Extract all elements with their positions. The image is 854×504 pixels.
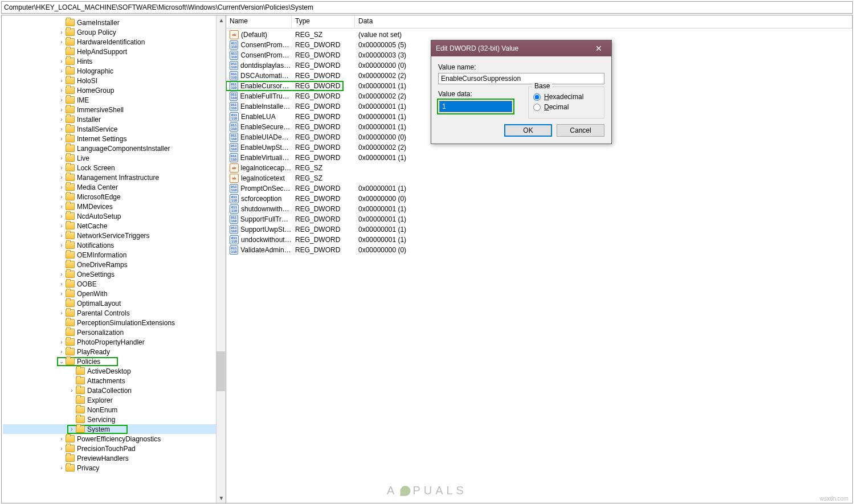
tree-item[interactable]: ›HoloSI <box>3 76 226 85</box>
tree-item[interactable]: ›Parental Controls <box>3 308 226 318</box>
tree-item[interactable]: LanguageComponentsInstaller <box>3 144 226 153</box>
tree-item[interactable]: GameInstaller <box>3 18 226 27</box>
tree-item[interactable]: ›Hints <box>3 56 226 66</box>
chevron-right-icon[interactable]: › <box>58 174 66 182</box>
radio-dec-input[interactable] <box>533 104 541 111</box>
scroll-down-icon[interactable]: ▼ <box>216 493 226 503</box>
chevron-right-icon[interactable]: › <box>58 183 66 191</box>
value-row[interactable]: 011 110shutdownwitho...REG_DWORD0x000000… <box>226 204 852 214</box>
chevron-right-icon[interactable]: › <box>58 338 66 346</box>
tree-item[interactable]: ›Privacy <box>3 463 226 473</box>
tree-item[interactable]: OneDriveRamps <box>3 260 226 269</box>
chevron-right-icon[interactable]: › <box>58 28 66 36</box>
col-header-data[interactable]: Data <box>355 15 852 28</box>
tree-item[interactable]: ›PlayReady <box>3 347 226 357</box>
tree-item[interactable]: ›HardwareIdentification <box>3 37 226 47</box>
tree-item[interactable]: PerceptionSimulationExtensions <box>3 318 226 327</box>
chevron-down-icon[interactable]: ⌄ <box>58 358 66 366</box>
tree-item[interactable]: ActiveDesktop <box>3 366 226 376</box>
chevron-right-icon[interactable]: › <box>58 212 66 220</box>
tree-item[interactable]: ›Holographic <box>3 66 226 76</box>
tree-item[interactable]: ›Live <box>3 153 226 163</box>
col-header-name[interactable]: Name <box>226 15 292 28</box>
chevron-right-icon[interactable]: › <box>58 87 66 95</box>
tree-item[interactable]: ›DataCollection <box>3 386 226 395</box>
tree-item[interactable]: ›Group Policy <box>3 27 226 37</box>
value-row[interactable]: 011 110undockwithoutl...REG_DWORD0x00000… <box>226 235 852 245</box>
chevron-right-icon[interactable]: › <box>58 38 66 46</box>
value-row[interactable]: ablegalnoticetextREG_SZ <box>226 173 852 183</box>
address-bar[interactable]: Computer\HKEY_LOCAL_MACHINE\SOFTWARE\Mic… <box>1 1 853 14</box>
radio-decimal[interactable]: Decimal <box>533 103 599 111</box>
chevron-right-icon[interactable]: › <box>58 232 66 240</box>
radio-hex-input[interactable] <box>533 93 541 101</box>
tree-list[interactable]: GameInstaller›Group Policy›HardwareIdent… <box>2 15 226 503</box>
value-row[interactable]: 011 110SupportUwpStar...REG_DWORD0x00000… <box>226 224 852 235</box>
tree-item[interactable]: ›Notifications <box>3 240 226 250</box>
tree-item[interactable]: ›Management Infrastructure <box>3 173 226 182</box>
chevron-right-icon[interactable]: › <box>58 222 66 230</box>
tree-item[interactable]: ›MicrosoftEdge <box>3 192 226 202</box>
chevron-right-icon[interactable]: › <box>58 203 66 211</box>
tree-item[interactable]: ›Internet Settings <box>3 134 226 144</box>
chevron-right-icon[interactable]: › <box>68 387 76 395</box>
value-row[interactable]: 011 110PromptOnSecur...REG_DWORD0x000000… <box>226 183 852 194</box>
value-row[interactable]: ab(Default)REG_SZ(value not set) <box>226 30 852 40</box>
tree-item[interactable]: ›OneSettings <box>3 269 226 279</box>
chevron-right-icon[interactable]: › <box>58 193 66 201</box>
cancel-button[interactable]: Cancel <box>557 124 604 137</box>
scroll-up-icon[interactable]: ▲ <box>216 15 226 25</box>
tree-item[interactable]: ›IME <box>3 95 226 105</box>
ok-button[interactable]: OK <box>504 124 552 137</box>
value-name-field[interactable] <box>438 73 604 84</box>
tree-item[interactable]: ›HomeGroup <box>3 85 226 95</box>
tree-item[interactable]: ›PowerEfficiencyDiagnostics <box>3 434 226 444</box>
chevron-right-icon[interactable]: › <box>58 135 66 143</box>
tree-scrollbar[interactable]: ▲ ▼ <box>216 15 226 503</box>
tree-item[interactable]: ›Lock Screen <box>3 163 226 173</box>
chevron-right-icon[interactable]: › <box>58 67 66 75</box>
tree-item[interactable]: ›PrecisionTouchPad <box>3 444 226 453</box>
tree-item[interactable]: OEMInformation <box>3 250 226 260</box>
close-icon[interactable]: ✕ <box>591 43 607 54</box>
tree-item[interactable]: ›NcdAutoSetup <box>3 211 226 221</box>
chevron-right-icon[interactable]: › <box>58 77 66 85</box>
chevron-right-icon[interactable]: › <box>58 435 66 443</box>
tree-item[interactable]: ›ImmersiveShell <box>3 105 226 114</box>
tree-item[interactable]: ›Installer <box>3 114 226 124</box>
chevron-right-icon[interactable]: › <box>58 290 66 298</box>
tree-item[interactable]: ›MMDevices <box>3 202 226 211</box>
chevron-right-icon[interactable]: › <box>68 425 76 433</box>
chevron-right-icon[interactable]: › <box>58 280 66 288</box>
chevron-right-icon[interactable]: › <box>58 271 66 278</box>
chevron-right-icon[interactable]: › <box>58 154 66 162</box>
tree-item[interactable]: Servicing <box>3 415 226 424</box>
chevron-right-icon[interactable]: › <box>58 96 66 104</box>
chevron-right-icon[interactable]: › <box>58 309 66 317</box>
tree-item[interactable]: ›InstallService <box>3 124 226 134</box>
dialog-titlebar[interactable]: Edit DWORD (32-bit) Value ✕ <box>431 40 611 56</box>
chevron-right-icon[interactable]: › <box>58 58 66 65</box>
value-row[interactable]: 011 110EnableVirtualizat...REG_DWORD0x00… <box>226 153 852 163</box>
tree-item[interactable]: ›OOBE <box>3 279 226 289</box>
tree-item[interactable]: HelpAndSupport <box>3 47 226 56</box>
tree-item[interactable]: NonEnum <box>3 405 226 415</box>
chevron-right-icon[interactable]: › <box>58 464 66 472</box>
tree-item[interactable]: OptimalLayout <box>3 298 226 308</box>
tree-item[interactable]: ›OpenWith <box>3 289 226 298</box>
chevron-right-icon[interactable]: › <box>58 125 66 133</box>
chevron-right-icon[interactable]: › <box>58 445 66 453</box>
tree-item[interactable]: Personalization <box>3 327 226 337</box>
chevron-right-icon[interactable]: › <box>58 116 66 124</box>
scroll-thumb[interactable] <box>216 351 225 391</box>
value-data-field[interactable] <box>439 101 512 112</box>
col-header-type[interactable]: Type <box>292 15 355 28</box>
value-row[interactable]: ablegalnoticecapti...REG_SZ <box>226 163 852 173</box>
tree-item[interactable]: ›NetworkServiceTriggers <box>3 231 226 240</box>
value-row[interactable]: 011 110ValidateAdminC...REG_DWORD0x00000… <box>226 245 852 255</box>
chevron-right-icon[interactable]: › <box>58 348 66 356</box>
chevron-right-icon[interactable]: › <box>58 164 66 172</box>
chevron-right-icon[interactable]: › <box>58 106 66 114</box>
tree-item[interactable]: ›NetCache <box>3 221 226 231</box>
chevron-right-icon[interactable]: › <box>58 241 66 249</box>
